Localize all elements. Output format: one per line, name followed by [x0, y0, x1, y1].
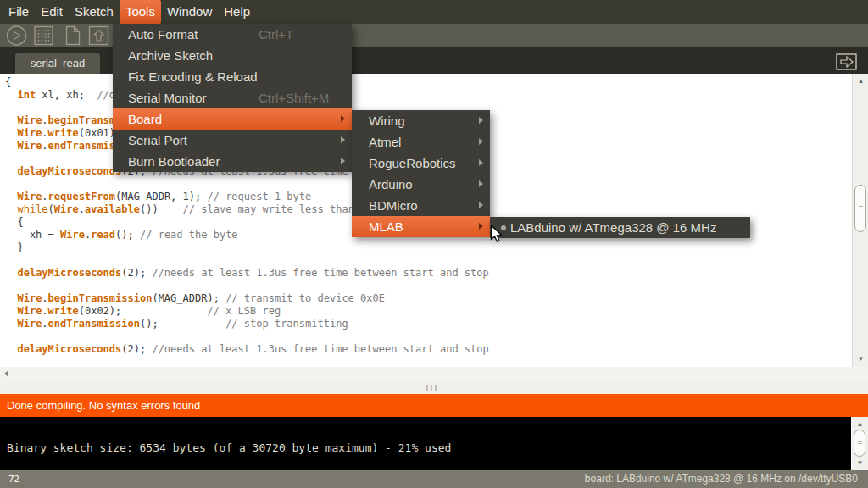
submenu-arrow-icon	[479, 180, 483, 187]
menu-item-label: Atmel	[352, 135, 401, 149]
console-scrollbar-thumb[interactable]	[854, 430, 865, 457]
submenu-arrow-icon	[479, 223, 483, 230]
editor-vertical-scrollbar[interactable]: ▲ ▼	[852, 74, 868, 367]
scroll-up-icon[interactable]: ▲	[852, 419, 868, 430]
verify-icon[interactable]	[5, 25, 28, 47]
tools-menu-item-burn-bootloader[interactable]: Burn Bootloader	[113, 151, 352, 172]
board-menu-item-arduino[interactable]: Arduino	[352, 174, 490, 195]
tools-menu-item-serial-monitor[interactable]: Serial MonitorCtrl+Shift+M	[113, 87, 352, 108]
console-output: Binary sketch size: 6534 bytes (of a 307…	[0, 417, 868, 470]
mouse-cursor	[490, 225, 504, 244]
status-bar: 72 board: LABduino w/ ATmega328 @ 16 MHz…	[0, 470, 868, 488]
submenu-arrow-icon	[341, 115, 345, 122]
menubar-item-tools[interactable]: Tools	[120, 0, 161, 24]
scroll-down-icon[interactable]: ▼	[853, 353, 868, 365]
menu-item-label: Archive Sketch	[113, 48, 213, 63]
tools-menu-item-board[interactable]: Board	[113, 108, 352, 130]
mlab-menu-item-labduino-w-atmega328-16-mhz[interactable]: LABduino w/ ATmega328 @ 16 MHz	[490, 217, 750, 238]
scroll-left-icon[interactable]	[4, 370, 8, 377]
menubar-item-window[interactable]: Window	[161, 0, 218, 24]
new-sketch-icon[interactable]	[61, 25, 84, 47]
menu-item-label: RogueRobotics	[352, 156, 456, 170]
tools-menu-item-fix-encoding-reload[interactable]: Fix Encoding & Reload	[113, 66, 352, 87]
tools-menu: Auto FormatCtrl+TArchive SketchFix Encod…	[113, 24, 352, 172]
menu-item-label: Arduino	[352, 177, 413, 191]
board-menu-item-bdmicro[interactable]: BDMicro	[352, 195, 490, 216]
board-submenu: WiringAtmelRogueRoboticsArduinoBDMicroML…	[352, 110, 490, 237]
menu-item-label: LABduino w/ ATmega328 @ 16 MHz	[490, 220, 716, 235]
status-message-bar: Done compiling. No syntax errors found	[0, 394, 868, 417]
arduino-ide-window: FileEditSketchToolsWindowHelp serial_rea…	[0, 0, 868, 488]
status-message-text: Done compiling. No syntax errors found	[7, 399, 200, 412]
menu-item-label: Burn Bootloader	[113, 154, 220, 169]
submenu-arrow-icon	[479, 138, 483, 145]
board-menu-item-atmel[interactable]: Atmel	[352, 131, 490, 152]
menu-item-label: MLAB	[352, 219, 403, 234]
tools-menu-item-auto-format[interactable]: Auto FormatCtrl+T	[113, 24, 352, 45]
submenu-arrow-icon	[479, 117, 483, 124]
submenu-arrow-icon	[479, 159, 483, 166]
board-info: board: LABduino w/ ATmega328 @ 16 MHz on…	[585, 470, 858, 488]
menu-item-label: Wiring	[352, 114, 405, 128]
menu-bar: FileEditSketchToolsWindowHelp	[0, 0, 868, 24]
editor-console-splitter[interactable]	[0, 380, 868, 394]
menu-item-label: Board	[113, 112, 162, 126]
editor-scrollbar-thumb[interactable]	[854, 185, 866, 232]
menu-item-shortcut: Ctrl+Shift+M	[259, 91, 329, 105]
menu-item-label: BDMicro	[352, 198, 418, 213]
tools-menu-item-serial-port[interactable]: Serial Port	[113, 130, 352, 151]
line-number: 72	[8, 470, 19, 488]
open-upload-icon[interactable]	[87, 25, 110, 47]
menu-item-label: Auto Format	[113, 27, 198, 42]
scroll-up-icon[interactable]: ▲	[853, 75, 868, 87]
submenu-arrow-icon	[479, 202, 483, 208]
menu-item-label: Fix Encoding & Reload	[113, 69, 258, 84]
tab-serial-read[interactable]: serial_read	[15, 53, 100, 74]
menu-item-shortcut: Ctrl+T	[259, 27, 293, 42]
menu-item-label: Serial Monitor	[113, 91, 207, 105]
board-menu-item-wiring[interactable]: Wiring	[352, 110, 490, 131]
tab-menu-icon[interactable]	[836, 53, 857, 70]
menubar-item-file[interactable]: File	[3, 0, 35, 24]
scroll-down-icon[interactable]: ▼	[852, 458, 868, 469]
submenu-arrow-icon	[341, 136, 345, 143]
editor-horizontal-scrollbar[interactable]	[0, 367, 868, 380]
menubar-item-help[interactable]: Help	[218, 0, 256, 24]
board-menu-item-mlab[interactable]: MLAB	[352, 216, 490, 237]
menubar-item-edit[interactable]: Edit	[35, 0, 69, 24]
tools-menu-item-archive-sketch[interactable]: Archive Sketch	[113, 45, 352, 66]
menubar-item-sketch[interactable]: Sketch	[69, 0, 120, 24]
menu-item-label: Serial Port	[113, 133, 187, 147]
console-scrollbar[interactable]: ▲ ▼	[851, 417, 868, 470]
console-text: Binary sketch size: 6534 bytes (of a 307…	[0, 417, 868, 454]
mlab-submenu: LABduino w/ ATmega328 @ 16 MHz	[490, 217, 750, 238]
board-menu-item-roguerobotics[interactable]: RogueRobotics	[352, 152, 490, 174]
submenu-arrow-icon	[341, 158, 345, 164]
splitter-grip-icon	[426, 385, 437, 391]
stop-icon[interactable]	[32, 25, 55, 47]
